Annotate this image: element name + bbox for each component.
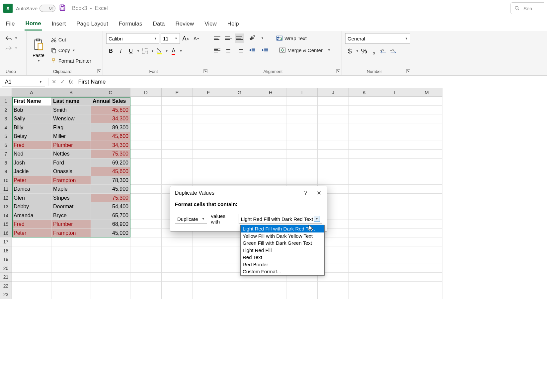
- cell[interactable]: Smith: [51, 106, 91, 115]
- cell[interactable]: Wenslow: [51, 114, 91, 123]
- tab-file[interactable]: File: [5, 18, 15, 30]
- cell[interactable]: 34,300: [91, 114, 130, 123]
- column-header-E[interactable]: E: [162, 88, 193, 97]
- redo-button[interactable]: ▼: [3, 43, 23, 53]
- row-header[interactable]: 14: [0, 211, 12, 220]
- cell[interactable]: [162, 282, 193, 291]
- search-box[interactable]: Sea: [510, 2, 544, 14]
- cell[interactable]: [255, 132, 286, 141]
- cell[interactable]: [380, 255, 411, 264]
- dropdown-option[interactable]: Light Red Fill with Dark Red Text: [241, 225, 324, 232]
- cell[interactable]: [318, 114, 349, 123]
- cell[interactable]: [255, 123, 286, 132]
- fill-color-dropdown[interactable]: ▼: [165, 49, 168, 53]
- cell[interactable]: Nettles: [51, 150, 91, 159]
- enter-formula-icon[interactable]: ✓: [58, 78, 67, 86]
- cell[interactable]: [12, 237, 51, 246]
- cell[interactable]: [380, 132, 411, 141]
- dialog-close-button[interactable]: ✕: [312, 187, 326, 199]
- row-header[interactable]: 2: [0, 106, 12, 115]
- cell[interactable]: [130, 290, 162, 299]
- cell[interactable]: [224, 114, 255, 123]
- cell[interactable]: [349, 194, 380, 203]
- cell[interactable]: [349, 237, 380, 246]
- cell[interactable]: Jackie: [12, 167, 51, 176]
- cell[interactable]: [193, 132, 224, 141]
- cell[interactable]: [380, 123, 411, 132]
- row-header[interactable]: 17: [0, 237, 12, 246]
- cell[interactable]: [162, 264, 193, 273]
- cell[interactable]: [349, 141, 380, 150]
- cell[interactable]: [349, 202, 380, 211]
- cell[interactable]: [286, 150, 318, 159]
- cell[interactable]: 68,900: [91, 220, 130, 229]
- cell[interactable]: Miller: [51, 132, 91, 141]
- cell[interactable]: [162, 290, 193, 299]
- align-left-icon[interactable]: [212, 45, 222, 55]
- cell[interactable]: [224, 123, 255, 132]
- percent-icon[interactable]: %: [359, 46, 369, 56]
- column-header-F[interactable]: F: [193, 88, 224, 97]
- cell[interactable]: Sally: [12, 114, 51, 123]
- cell[interactable]: [286, 123, 318, 132]
- cell[interactable]: [255, 176, 286, 185]
- row-header[interactable]: 9: [0, 167, 12, 176]
- cell[interactable]: [51, 290, 91, 299]
- cell[interactable]: [12, 282, 51, 291]
- cell[interactable]: [286, 132, 318, 141]
- cell[interactable]: [91, 282, 130, 291]
- cell[interactable]: [349, 255, 380, 264]
- cell[interactable]: [411, 176, 442, 185]
- cell[interactable]: [318, 132, 349, 141]
- decrease-decimal-icon[interactable]: .00: [389, 46, 399, 56]
- cell[interactable]: Peter: [12, 176, 51, 185]
- cell[interactable]: [193, 167, 224, 176]
- cell[interactable]: [193, 159, 224, 167]
- cell[interactable]: [349, 264, 380, 273]
- cell[interactable]: [224, 132, 255, 141]
- dialog-help-button[interactable]: ?: [299, 187, 312, 199]
- cell[interactable]: [91, 264, 130, 273]
- cell[interactable]: Bob: [12, 106, 51, 115]
- cell[interactable]: [91, 255, 130, 264]
- undo-button[interactable]: ▼: [3, 33, 23, 43]
- cell[interactable]: [91, 246, 130, 255]
- row-header[interactable]: 20: [0, 264, 12, 273]
- cell[interactable]: [224, 282, 255, 291]
- cell[interactable]: [224, 141, 255, 150]
- cell[interactable]: [255, 150, 286, 159]
- cell[interactable]: 34,300: [91, 141, 130, 150]
- row-header[interactable]: 16: [0, 229, 12, 238]
- cell[interactable]: [380, 150, 411, 159]
- column-header-I[interactable]: I: [286, 88, 318, 97]
- cell[interactable]: [411, 237, 442, 246]
- cell[interactable]: [193, 273, 224, 282]
- cell[interactable]: [380, 106, 411, 115]
- cell-header[interactable]: Last name: [51, 97, 91, 106]
- cell[interactable]: 75,300: [91, 194, 130, 203]
- cell[interactable]: Ned: [12, 150, 51, 159]
- cell[interactable]: Billy: [12, 123, 51, 132]
- cell[interactable]: [318, 150, 349, 159]
- row-header[interactable]: 8: [0, 159, 12, 167]
- tab-page-layout[interactable]: Page Layout: [76, 18, 109, 30]
- cell[interactable]: [411, 211, 442, 220]
- cell[interactable]: [224, 106, 255, 115]
- fill-color-button[interactable]: [155, 46, 164, 56]
- orientation-icon[interactable]: ab: [248, 33, 257, 43]
- cell[interactable]: [380, 264, 411, 273]
- cell[interactable]: [162, 273, 193, 282]
- cell[interactable]: [318, 106, 349, 115]
- cell[interactable]: [130, 264, 162, 273]
- cell[interactable]: [130, 159, 162, 167]
- cell[interactable]: [193, 150, 224, 159]
- cell[interactable]: [411, 97, 442, 106]
- align-top-icon[interactable]: [212, 33, 222, 43]
- cell[interactable]: [411, 229, 442, 238]
- bold-button[interactable]: B: [106, 46, 116, 56]
- cell[interactable]: [286, 141, 318, 150]
- clipboard-expand-icon[interactable]: ⬊: [97, 69, 101, 73]
- cell[interactable]: Onassis: [51, 167, 91, 176]
- duplicate-type-combo[interactable]: Duplicate▼: [175, 214, 207, 224]
- cell[interactable]: [224, 167, 255, 176]
